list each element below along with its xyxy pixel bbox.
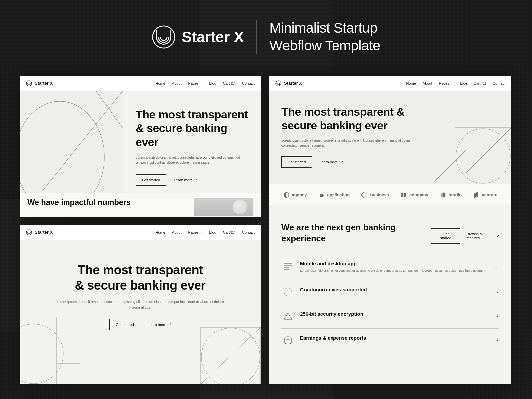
nav-home[interactable]: Home [155,230,165,234]
chevron-down-icon: ⌄ [451,82,453,85]
chevron-right-icon: › [496,289,498,295]
chevron-down-icon: ⌄ [494,264,498,270]
triangle-icon [283,311,293,322]
svg-point-33 [285,337,291,339]
preview-card-b: Starter X Home About Pages⌄ Blog Cart (1… [269,76,511,384]
nav-home[interactable]: Home [406,81,416,85]
promo-brand-name: Starter X [182,28,244,46]
nav-about[interactable]: About [423,81,432,85]
nav-blog[interactable]: Blog [460,81,467,85]
nav-pages[interactable]: Pages⌄ [188,230,202,234]
preview-card-a: Starter X Home About Pages⌄ Blog Cart (1… [20,76,261,217]
hero-subtext: Lorem ipsum dolor sit amet, consectetur … [281,138,410,148]
nav-contact[interactable]: Contact [493,81,505,85]
feature-row-crypto[interactable]: Cryptocurrencies supported › [281,280,499,304]
navbar: Starter X Home About Pages⌄ Blog Cart (1… [20,76,261,91]
navbar-links: Home About Pages⌄ Blog Cart (1) Contact [155,81,255,85]
nav-pages[interactable]: Pages⌄ [439,81,453,85]
navbar: Starter X Home About Pages⌄ Blog Cart (1… [269,76,511,91]
hero-headline: The most transparent & secure banking ev… [40,263,241,293]
decoration-right [161,321,261,384]
nav-about[interactable]: About [172,81,182,85]
svg-rect-22 [361,192,367,198]
stats-image [194,198,253,216]
nav-pages[interactable]: Pages⌄ [188,81,202,85]
navbar-links: Home About Pages⌄ Blog Cart (1) Contact [155,230,255,234]
feature-row-mobile-desktop[interactable]: Mobile and desktop app Lorem ipsum dolor… [281,254,499,280]
hero-geometry [435,91,511,184]
logo-icon [26,229,32,235]
browse-features-link[interactable]: Browse all features↗ [467,232,499,240]
svg-line-20 [455,128,511,184]
navbar-brand[interactable]: Starter X [275,80,302,86]
nav-blog[interactable]: Blog [209,230,216,234]
features-headline: We are the next gen banking experience [281,222,431,244]
features-section: We are the next gen banking experience G… [269,205,511,356]
hero-headline: The most transparent & secure banking ev… [281,105,410,133]
navbar-brand[interactable]: Starter X [26,229,53,235]
logo-application: application [319,192,350,198]
nav-contact[interactable]: Contact [242,230,255,234]
preview-card-c: Starter X Home About Pages⌄ Blog Cart (1… [20,225,261,384]
nav-about[interactable]: About [172,230,182,234]
svg-rect-24 [404,193,406,195]
nav-cart[interactable]: Cart (1) [223,230,235,234]
hero-subtext: Lorem ipsum dolor sit amet, consectetur … [54,299,227,310]
arrow-icon: ↗ [195,178,198,182]
nav-contact[interactable]: Contact [242,81,255,85]
svg-line-12 [161,321,224,384]
logo-icon [26,80,32,86]
stats-headline: We have impactful numbers [27,198,131,207]
svg-line-17 [435,101,511,184]
lines-icon [283,261,293,271]
arrow-icon: ↗ [340,160,343,164]
navbar-brand[interactable]: Starter X [26,80,53,86]
logo-icon [152,25,176,49]
svg-rect-26 [404,195,406,197]
arrow-icon: ↗ [496,234,499,238]
nav-cart[interactable]: Cart (1) [474,81,486,85]
svg-rect-23 [401,193,403,195]
chevron-right-icon: › [496,314,498,319]
chevron-down-icon: ⌄ [200,231,202,234]
client-logos: agency application business company stud… [269,184,511,205]
nav-blog[interactable]: Blog [209,81,216,85]
feature-row-reports[interactable]: Earnings & expense reports › [281,328,499,352]
get-started-button[interactable]: Get started [281,156,312,168]
promo-subtitle: Minimalist Startup Webflow Template [269,19,380,54]
promo-header: Starter X Minimalist Startup Webflow Tem… [0,19,532,54]
logo-venture: venture [473,192,497,198]
chevron-down-icon: ⌄ [200,82,202,85]
svg-marker-32 [284,313,292,320]
get-started-button[interactable]: Get started [136,174,166,186]
logo-company: company [401,192,428,198]
hero-section: The most transparent & secure banking ev… [269,91,511,184]
crypto-icon [283,287,293,297]
nav-cart[interactable]: Cart (1) [223,81,235,85]
logo-business: business [361,192,389,198]
hero-subtext: Lorem ipsum dolor sit amet, consectetur … [136,155,245,165]
svg-line-7 [96,91,123,128]
learn-more-link[interactable]: Learn more↗ [174,178,197,182]
hero-headline: The most transparent & secure banking ev… [136,108,248,149]
svg-rect-25 [401,195,403,197]
navbar-links: Home About Pages⌄ Blog Cart (1) Contact [406,81,505,85]
get-started-button[interactable]: Get started [109,319,140,330]
decoration-left [20,317,80,384]
feature-row-encryption[interactable]: 256-bit security encryption › [281,304,499,328]
promo-brand-block: Starter X [152,25,244,49]
nav-home[interactable]: Home [155,81,165,85]
svg-point-0 [153,26,175,48]
navbar: Starter X Home About Pages⌄ Blog Cart (1… [20,225,261,240]
divider [256,20,257,54]
logo-icon [275,80,281,86]
get-started-button[interactable]: Get started [431,228,460,244]
chevron-right-icon: › [496,338,498,343]
logo-agency: agency [283,192,307,198]
learn-more-link[interactable]: Learn more↗ [319,160,343,164]
logo-studio: studio [440,192,462,198]
cylinder-icon [283,335,293,346]
